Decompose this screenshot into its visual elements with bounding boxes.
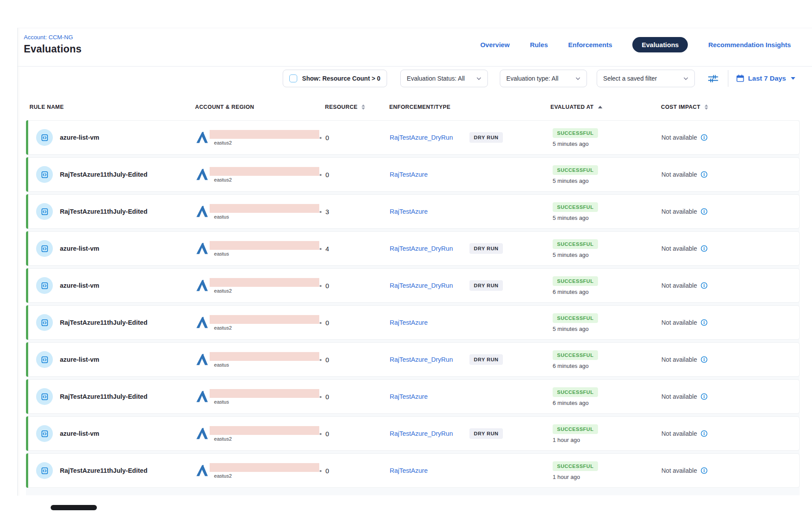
status-badge: SUCCESSFUL xyxy=(553,128,598,138)
table-row[interactable]: azure-list-vm eastus 4 RajTestAzure_DryR… xyxy=(26,231,800,266)
azure-icon xyxy=(196,279,209,292)
evaluated-time: 5 minutes ago xyxy=(553,215,589,221)
row-accent-bar xyxy=(26,342,28,377)
evaluation-status-select[interactable]: Evaluation Status: All xyxy=(400,70,488,87)
azure-icon xyxy=(196,390,209,403)
nav-tab-overview[interactable]: Overview xyxy=(480,41,510,48)
saved-filter-select[interactable]: Select a saved filter xyxy=(597,70,695,87)
account-name-redacted xyxy=(210,389,319,398)
info-icon[interactable] xyxy=(701,430,708,437)
rule-name: azure-list-vm xyxy=(60,430,99,437)
info-icon[interactable] xyxy=(701,245,708,252)
evaluated-time: 1 hour ago xyxy=(553,474,580,480)
evaluation-type-select[interactable]: Evaluation type: All xyxy=(500,70,587,87)
enforcement-link[interactable]: RajTestAzure_DryRun xyxy=(390,245,469,252)
table-row[interactable]: azure-list-vm eastus2 0 RajTestAzure_Dry… xyxy=(26,120,800,155)
table-row[interactable]: RajTestAzure11thJuly-Edited eastus2 0 Ra… xyxy=(26,453,800,488)
account-breadcrumb[interactable]: Account: CCM-NG xyxy=(24,34,73,41)
info-icon[interactable] xyxy=(701,467,708,474)
column-header-cost-impact[interactable]: COST IMPACT xyxy=(661,104,800,110)
info-icon[interactable] xyxy=(701,208,708,215)
rule-icon xyxy=(36,277,53,294)
table-row[interactable]: RajTestAzure11thJuly-Edited eastus 3 Raj… xyxy=(26,194,800,229)
nav-tab-evaluations[interactable]: Evaluations xyxy=(632,37,688,52)
table-row[interactable]: azure-list-vm eastus2 0 RajTestAzure_Dry… xyxy=(26,268,800,303)
cost-impact-value: Not available xyxy=(661,467,697,474)
calendar-icon xyxy=(736,74,744,82)
evaluated-time: 5 minutes ago xyxy=(553,178,589,184)
filter-sliders-icon[interactable] xyxy=(706,71,721,86)
resource-count: 0 xyxy=(325,430,329,438)
sort-asc-icon xyxy=(598,106,602,108)
rule-icon xyxy=(36,314,53,331)
resource-count-filter[interactable]: Show: Resource Count > 0 xyxy=(283,70,387,87)
cost-impact-value: Not available xyxy=(661,208,697,215)
enforcement-link[interactable]: RajTestAzure xyxy=(390,319,469,326)
sort-icon xyxy=(705,104,708,110)
info-icon[interactable] xyxy=(701,134,708,141)
rule-name: RajTestAzure11thJuly-Edited xyxy=(60,467,148,474)
table-row[interactable]: RajTestAzure11thJuly-Edited eastus 0 Raj… xyxy=(26,379,800,414)
chevron-down-icon xyxy=(476,76,481,81)
info-icon[interactable] xyxy=(701,356,708,363)
account-name-redacted xyxy=(210,167,319,176)
azure-icon xyxy=(196,131,209,144)
row-accent-bar xyxy=(26,268,28,303)
info-icon[interactable] xyxy=(701,393,708,400)
rule-name: RajTestAzure11thJuly-Edited xyxy=(60,393,148,400)
region-label: eastus2 xyxy=(214,325,319,330)
sort-icon xyxy=(362,104,365,110)
row-accent-bar xyxy=(26,379,28,414)
cost-impact-value: Not available xyxy=(661,319,697,326)
caret-down-icon xyxy=(791,77,795,80)
account-name-redacted xyxy=(210,352,319,361)
region-label: eastus xyxy=(214,399,319,404)
header-divider xyxy=(17,66,812,67)
info-icon[interactable] xyxy=(701,282,708,289)
column-header-evaluated-at[interactable]: EVALUATED AT xyxy=(550,104,661,110)
column-header-resource[interactable]: RESOURCE xyxy=(323,104,389,110)
enforcement-link[interactable]: RajTestAzure_DryRun xyxy=(390,356,469,363)
status-badge: SUCCESSFUL xyxy=(553,313,598,323)
account-name-redacted xyxy=(210,278,319,287)
row-accent-bar xyxy=(26,194,28,229)
horizontal-scrollbar-thumb[interactable] xyxy=(51,505,97,510)
nav-tab-enforcements[interactable]: Enforcements xyxy=(568,41,612,48)
date-range-picker[interactable]: Last 7 Days xyxy=(736,74,795,82)
region-label: eastus xyxy=(214,362,319,367)
rule-name: azure-list-vm xyxy=(60,282,99,289)
resource-count: 0 xyxy=(325,467,329,475)
cost-impact-value: Not available xyxy=(661,356,697,363)
evaluated-time: 6 minutes ago xyxy=(553,400,589,406)
rule-icon xyxy=(36,129,53,146)
rule-icon xyxy=(36,240,53,257)
rule-icon xyxy=(36,166,53,183)
enforcement-link[interactable]: RajTestAzure_DryRun xyxy=(390,282,469,289)
date-range-label: Last 7 Days xyxy=(748,74,786,82)
status-badge: SUCCESSFUL xyxy=(553,276,598,286)
azure-icon xyxy=(196,427,209,440)
enforcement-link[interactable]: RajTestAzure xyxy=(390,393,469,400)
enforcement-link[interactable]: RajTestAzure xyxy=(390,467,469,474)
chevron-down-icon xyxy=(576,76,580,81)
azure-icon xyxy=(196,168,209,181)
enforcement-link[interactable]: RajTestAzure xyxy=(390,208,469,215)
resource-count-label: Show: Resource Count > 0 xyxy=(302,75,380,82)
rule-name: RajTestAzure11thJuly-Edited xyxy=(60,171,148,178)
info-icon[interactable] xyxy=(701,319,708,326)
table-row[interactable]: RajTestAzure11thJuly-Edited eastus2 0 Ra… xyxy=(26,157,800,192)
table-row[interactable]: RajTestAzure11thJuly-Edited eastus2 0 Ra… xyxy=(26,305,800,340)
row-accent-bar xyxy=(26,231,28,266)
page-title: Evaluations xyxy=(24,43,81,55)
resource-count-checkbox[interactable] xyxy=(289,74,297,82)
nav-tab-recommendation-insights[interactable]: Recommendation Insights xyxy=(708,41,791,48)
enforcement-link[interactable]: RajTestAzure_DryRun xyxy=(390,430,469,437)
enforcement-link[interactable]: RajTestAzure_DryRun xyxy=(390,134,469,141)
nav-tab-rules[interactable]: Rules xyxy=(530,41,548,48)
enforcement-link[interactable]: RajTestAzure xyxy=(390,171,469,178)
table-row[interactable]: azure-list-vm eastus2 0 RajTestAzure_Dry… xyxy=(26,416,800,451)
info-icon[interactable] xyxy=(701,171,708,178)
table-row[interactable]: azure-list-vm eastus 0 RajTestAzure_DryR… xyxy=(26,342,800,377)
cost-impact-value: Not available xyxy=(661,245,697,252)
azure-icon xyxy=(196,353,209,366)
